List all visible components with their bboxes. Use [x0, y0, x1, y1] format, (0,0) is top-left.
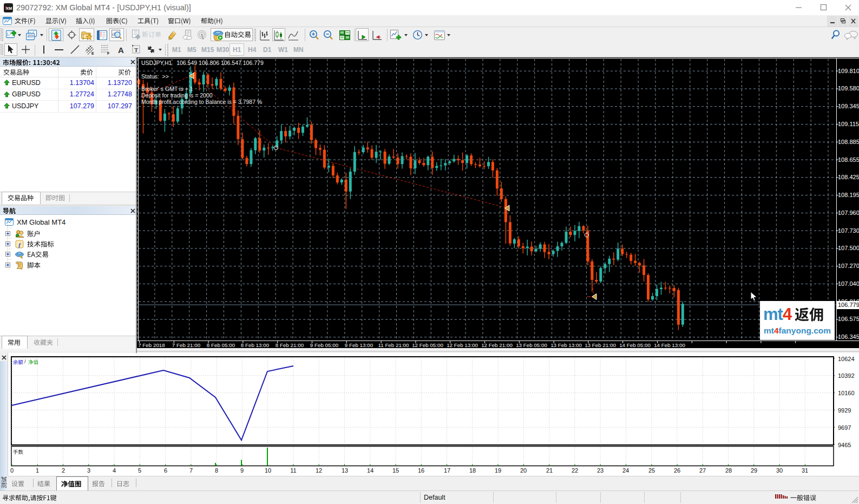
- svg-text:XM: XM: [6, 6, 12, 11]
- svg-text:T: T: [134, 47, 138, 53]
- svg-text:E: E: [91, 51, 94, 55]
- svg-text:F: F: [107, 51, 110, 55]
